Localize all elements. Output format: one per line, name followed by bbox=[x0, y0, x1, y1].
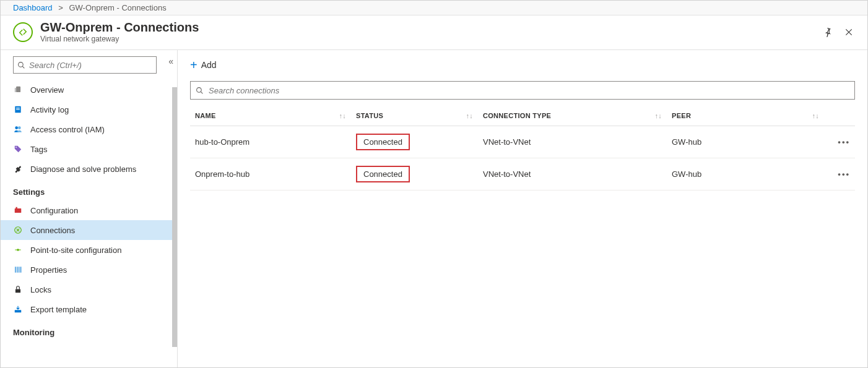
connections-search[interactable] bbox=[190, 81, 855, 100]
sidebar-item-label: Locks bbox=[30, 285, 51, 294]
p2s-icon bbox=[13, 245, 23, 255]
configuration-icon bbox=[13, 205, 23, 215]
svg-point-7 bbox=[18, 126, 21, 129]
tags-icon bbox=[13, 144, 23, 154]
sidebar-item-label: Access control (IAM) bbox=[30, 125, 105, 134]
cell-name: hub-to-Onprem bbox=[190, 126, 351, 158]
cell-peer: GW-hub bbox=[667, 126, 824, 158]
close-icon[interactable] bbox=[843, 26, 855, 38]
svg-point-6 bbox=[15, 126, 18, 129]
overview-icon bbox=[13, 85, 23, 95]
iam-icon bbox=[13, 124, 23, 134]
page-title: GW-Onprem - Connections bbox=[40, 20, 199, 35]
sort-icon: ↑↓ bbox=[654, 112, 662, 119]
sidebar-item-label: Activity log bbox=[30, 105, 69, 114]
pin-icon[interactable] bbox=[822, 26, 834, 38]
sort-icon: ↑↓ bbox=[812, 112, 819, 119]
column-header-status[interactable]: STATUS↑↓ bbox=[351, 106, 478, 126]
row-more-button[interactable]: ••• bbox=[824, 126, 855, 158]
sidebar-item-label: Overview bbox=[30, 85, 64, 95]
table-row[interactable]: hub-to-Onprem Connected VNet-to-VNet GW-… bbox=[190, 126, 855, 158]
cell-peer: GW-hub bbox=[667, 158, 824, 190]
locks-icon bbox=[13, 285, 23, 294]
sidebar-item-label: Diagnose and solve problems bbox=[30, 165, 136, 174]
activity-log-icon bbox=[13, 105, 23, 114]
breadcrumb-separator: > bbox=[58, 3, 63, 12]
status-badge: Connected bbox=[356, 134, 410, 150]
search-icon bbox=[196, 87, 204, 95]
column-header-name[interactable]: NAME↑↓ bbox=[190, 106, 351, 126]
sidebar-item-activity-log[interactable]: Activity log bbox=[1, 100, 177, 119]
sidebar-search-input[interactable] bbox=[29, 61, 152, 70]
column-header-peer[interactable]: PEER↑↓ bbox=[667, 106, 824, 126]
main-content: + Add NAME↑↓ STATUS↑↓ CONNECTION TYPE↑↓ … bbox=[178, 50, 867, 368]
sidebar-section-monitoring: Monitoring bbox=[1, 319, 177, 341]
cell-type: VNet-to-VNet bbox=[478, 158, 667, 190]
svg-rect-4 bbox=[16, 108, 20, 108]
sidebar-item-label: Point-to-site configuration bbox=[30, 246, 121, 255]
toolbar: + Add bbox=[190, 59, 855, 71]
cell-name: Onprem-to-hub bbox=[190, 158, 351, 190]
connections-table: NAME↑↓ STATUS↑↓ CONNECTION TYPE↑↓ PEER↑↓… bbox=[190, 106, 855, 190]
row-more-button[interactable]: ••• bbox=[824, 158, 855, 190]
resource-icon bbox=[13, 22, 33, 42]
connections-icon bbox=[13, 225, 23, 235]
svg-rect-5 bbox=[16, 109, 20, 109]
sort-icon: ↑↓ bbox=[466, 112, 473, 119]
sidebar-item-label: Connections bbox=[30, 226, 75, 235]
search-icon bbox=[17, 61, 25, 69]
diagnose-icon bbox=[13, 164, 23, 174]
export-icon bbox=[13, 304, 23, 314]
page-header: GW-Onprem - Connections Virtual network … bbox=[1, 15, 867, 50]
cell-status: Connected bbox=[351, 158, 478, 190]
sidebar-item-label: Tags bbox=[30, 145, 47, 154]
table-row[interactable]: Onprem-to-hub Connected VNet-to-VNet GW-… bbox=[190, 158, 855, 190]
sidebar-item-label: Properties bbox=[30, 265, 67, 275]
svg-point-0 bbox=[19, 62, 24, 67]
breadcrumb-current: GW-Onprem - Connections bbox=[69, 3, 166, 12]
svg-rect-13 bbox=[15, 289, 20, 293]
svg-point-12 bbox=[17, 249, 19, 250]
column-header-type[interactable]: CONNECTION TYPE↑↓ bbox=[478, 106, 667, 126]
svg-rect-1 bbox=[16, 87, 20, 92]
properties-icon bbox=[13, 265, 23, 275]
connections-search-input[interactable] bbox=[209, 86, 849, 95]
sidebar-item-overview[interactable]: Overview bbox=[1, 80, 177, 100]
add-button[interactable]: + Add bbox=[190, 59, 217, 71]
sidebar-item-configuration[interactable]: Configuration bbox=[1, 200, 177, 220]
sidebar-item-label: Export template bbox=[30, 305, 87, 314]
sidebar-item-tags[interactable]: Tags bbox=[1, 139, 177, 159]
breadcrumb: Dashboard > GW-Onprem - Connections bbox=[1, 1, 867, 15]
cell-type: VNet-to-VNet bbox=[478, 126, 667, 158]
sort-icon: ↑↓ bbox=[339, 112, 346, 119]
breadcrumb-root[interactable]: Dashboard bbox=[13, 3, 53, 12]
sidebar-item-point-to-site[interactable]: Point-to-site configuration bbox=[1, 240, 177, 260]
sidebar-item-access-control[interactable]: Access control (IAM) bbox=[1, 119, 177, 139]
svg-point-15 bbox=[197, 87, 202, 92]
svg-rect-2 bbox=[15, 88, 16, 92]
sidebar-search[interactable] bbox=[13, 56, 157, 74]
status-badge: Connected bbox=[356, 166, 410, 182]
sidebar-item-locks[interactable]: Locks bbox=[1, 280, 177, 299]
svg-rect-9 bbox=[15, 208, 22, 213]
add-button-label: Add bbox=[201, 60, 217, 70]
svg-rect-14 bbox=[15, 310, 22, 312]
sidebar-item-export-template[interactable]: Export template bbox=[1, 299, 177, 319]
svg-rect-10 bbox=[16, 207, 17, 208]
sidebar-item-properties[interactable]: Properties bbox=[1, 260, 177, 280]
page-subtitle: Virtual network gateway bbox=[40, 35, 199, 43]
sidebar-item-label: Configuration bbox=[30, 206, 78, 215]
svg-point-8 bbox=[15, 147, 17, 148]
sidebar-section-settings: Settings bbox=[1, 179, 177, 200]
sidebar-item-connections[interactable]: Connections bbox=[1, 220, 177, 240]
plus-icon: + bbox=[190, 59, 197, 71]
sidebar: « Overview Activity log Access control (… bbox=[1, 50, 178, 368]
sidebar-item-diagnose[interactable]: Diagnose and solve problems bbox=[1, 159, 177, 179]
sidebar-scrollbar[interactable] bbox=[172, 50, 177, 368]
cell-status: Connected bbox=[351, 126, 478, 158]
